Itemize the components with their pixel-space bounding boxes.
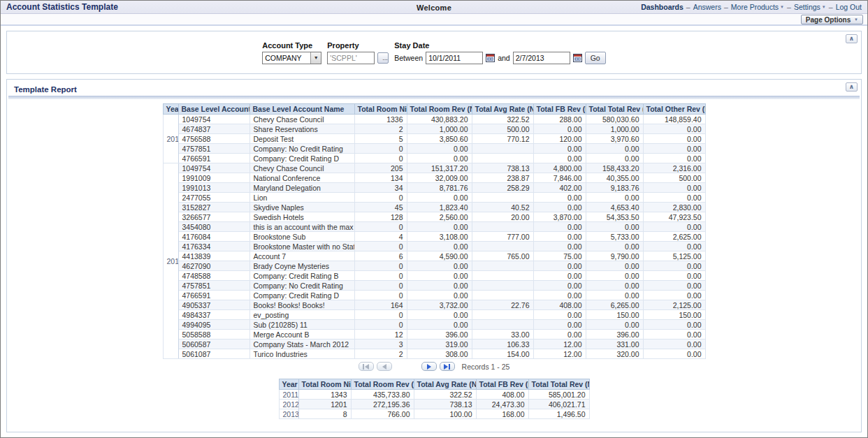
- table-cell: 1991009: [178, 173, 249, 183]
- table-cell: 0.00: [643, 134, 705, 144]
- column-header: Base Level Account ID: [178, 104, 249, 115]
- table-cell: 5,733.00: [586, 232, 643, 242]
- table-cell: 0: [354, 320, 407, 330]
- table-cell: 0.00: [407, 144, 472, 154]
- nav-more-products-link[interactable]: More Products: [731, 3, 779, 11]
- property-input[interactable]: [327, 52, 375, 64]
- table-cell: 120.00: [533, 134, 586, 144]
- table-cell: 0.00: [586, 291, 643, 300]
- table-cell: 0.00: [643, 340, 705, 349]
- next-page-button[interactable]: [421, 362, 437, 371]
- page-options-button[interactable]: Page Options ▼: [801, 15, 863, 24]
- table-cell: 435,733.80: [351, 390, 414, 400]
- page-title: Account Statistics Template: [1, 2, 118, 12]
- table-cell: [472, 222, 533, 232]
- go-button[interactable]: Go: [585, 52, 606, 64]
- table-cell: 164: [354, 300, 407, 310]
- table-cell: 47,923.50: [643, 212, 705, 222]
- property-browse-button[interactable]: ...: [377, 52, 389, 64]
- table-cell: 0.00: [643, 124, 705, 134]
- table-row: 4766591Company: Credit Rating D00.000.00…: [163, 154, 705, 163]
- previous-page-icon: [382, 364, 386, 370]
- stay-date-from-input[interactable]: [426, 52, 483, 64]
- table-cell: [472, 261, 533, 271]
- table-cell: [472, 242, 533, 251]
- table-cell: 4176084: [178, 232, 249, 242]
- table-cell: [472, 271, 533, 281]
- nav-dashboards-link[interactable]: Dashboards: [641, 3, 683, 11]
- previous-page-button[interactable]: [377, 362, 392, 371]
- summary-table-head: YearTotal Room NightTotal Room Rev (Net)…: [279, 379, 589, 390]
- collapse-section-button[interactable]: ∧: [846, 82, 858, 92]
- chevron-up-icon: ∧: [849, 35, 854, 42]
- table-cell: 22.76: [472, 300, 533, 310]
- table-cell: 148,859.40: [643, 115, 705, 124]
- table-cell: 0.00: [586, 242, 643, 251]
- table-cell: 0.00: [533, 320, 586, 330]
- title-rule: [8, 96, 860, 99]
- table-cell: 3152827: [178, 203, 249, 212]
- header-row: YearBase Level Account IDBase Level Acco…: [163, 104, 705, 115]
- table-cell: Company: No Credit Rating: [249, 281, 354, 291]
- table-cell: 0: [354, 310, 407, 320]
- table-cell: 12.00: [533, 340, 586, 349]
- table-cell: 4,590.00: [407, 251, 472, 261]
- table-cell: 0.00: [586, 261, 643, 271]
- table-cell: 2: [354, 124, 407, 134]
- calendar-icon[interactable]: [486, 54, 495, 62]
- table-cell: ev_posting: [249, 310, 354, 320]
- chevron-down-icon: ▼: [822, 5, 826, 9]
- table-cell: 3,850.60: [407, 134, 472, 144]
- table-cell: 4627090: [178, 261, 249, 271]
- column-header: Total Room Rev (Net): [407, 104, 472, 115]
- table-cell: 5061087: [178, 349, 249, 359]
- table-cell: 5,125.00: [643, 251, 705, 261]
- table-cell: Maryland Delegation: [249, 183, 354, 193]
- table-cell: 258.29: [472, 183, 533, 193]
- column-header: Total FB Rev (Net): [533, 104, 586, 115]
- table-cell: 0.00: [533, 242, 586, 251]
- report-table-body: 20111049754Chevy Chase Council1336430,88…: [163, 115, 705, 359]
- collapse-section-button[interactable]: ∧: [846, 34, 858, 43]
- table-cell: 1,823.40: [407, 203, 472, 212]
- column-header: Year: [163, 104, 178, 115]
- table-cell: 106.33: [472, 340, 533, 349]
- nav-logout-link[interactable]: Log Out: [836, 3, 862, 11]
- table-cell: [472, 320, 533, 330]
- table-cell: 766.00: [351, 409, 414, 419]
- table-cell: Company: Credit Rating B: [249, 271, 354, 281]
- table-cell: 168.00: [476, 409, 528, 419]
- table-cell: 40.52: [472, 203, 533, 212]
- pagination-bar: Records 1 - 25: [359, 362, 510, 371]
- nav-settings-link[interactable]: Settings: [794, 3, 820, 11]
- table-cell: 40,355.00: [586, 173, 643, 183]
- table-cell: 308.00: [407, 349, 472, 359]
- table-cell: 2477055: [178, 193, 249, 203]
- table-cell: 0.00: [407, 320, 472, 330]
- options-strip: Page Options ▼: [1, 14, 867, 26]
- filter-row: Account Type COMPANY ▼ Property ... Stay…: [262, 41, 605, 64]
- calendar-icon[interactable]: [573, 54, 582, 62]
- first-page-button[interactable]: [359, 362, 374, 371]
- table-cell: 777.00: [472, 232, 533, 242]
- stay-date-to-input[interactable]: [513, 52, 570, 64]
- table-cell: 2,560.00: [407, 212, 472, 222]
- table-cell: 396.00: [586, 330, 643, 340]
- table-row: 1991009National Conference13432,009.0023…: [163, 173, 705, 183]
- table-cell: 34: [354, 183, 407, 193]
- table-cell: 0.00: [533, 154, 586, 163]
- table-cell: 1,000.00: [407, 124, 472, 134]
- nav-answers-link[interactable]: Answers: [693, 3, 721, 11]
- column-header: Total FB Rev (Net): [476, 379, 528, 390]
- table-cell: 4674837: [178, 124, 249, 134]
- account-type-select[interactable]: COMPANY ▼: [262, 52, 321, 64]
- table-row: 5061087Turico Industries2308.00154.0012.…: [163, 349, 705, 359]
- table-cell: 406,021.71: [528, 400, 589, 409]
- table-cell: 0.00: [643, 154, 705, 163]
- last-page-button[interactable]: [440, 362, 455, 371]
- property-group: Property ...: [327, 41, 389, 64]
- table-cell: 0.00: [643, 291, 705, 300]
- table-cell: 12.00: [533, 349, 586, 359]
- column-header: Total Room Night: [354, 104, 407, 115]
- account-type-label: Account Type: [262, 41, 321, 50]
